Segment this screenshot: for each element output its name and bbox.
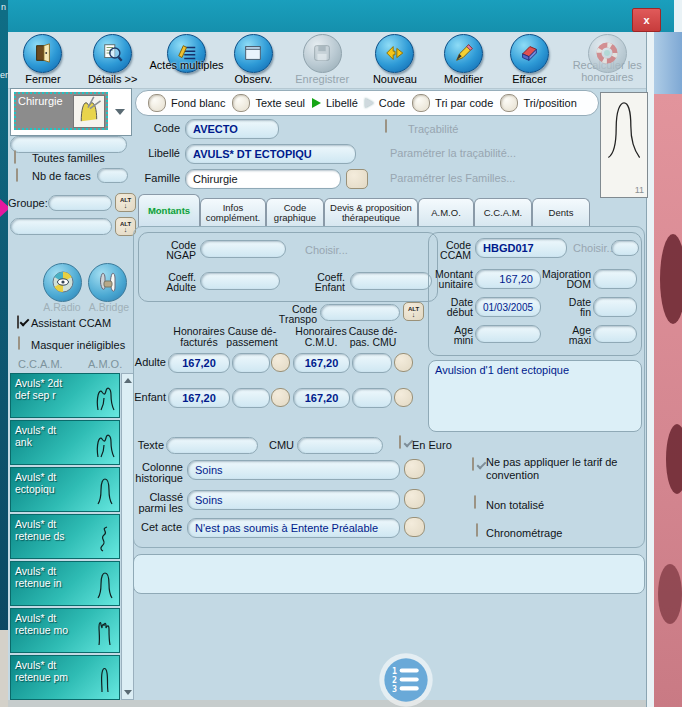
cause-depas-cmu-adulte-field[interactable]	[352, 353, 392, 373]
nb-de-faces-radio[interactable]	[16, 168, 18, 182]
non-totalise-checkbox[interactable]	[474, 495, 476, 509]
code-sort-option[interactable]: Code	[365, 97, 405, 109]
libelle-field[interactable]: AVULS* DT ECTOPIQU	[185, 144, 356, 164]
cause-depassement-enfant-field[interactable]	[232, 388, 270, 408]
a-bridge-button[interactable]	[88, 263, 127, 302]
modifier-button[interactable]: Modifier	[437, 34, 491, 85]
colonne-historique-button[interactable]	[404, 459, 425, 479]
code-ccam-field[interactable]: HBGD017	[475, 238, 567, 258]
tab-dents[interactable]: Dents	[532, 198, 590, 227]
classe-parmi-button[interactable]	[404, 489, 425, 509]
famille-picker-button[interactable]	[346, 169, 368, 189]
montant-unitaire-field[interactable]: 167,20	[475, 269, 541, 289]
famille-field[interactable]: Chirurgie	[185, 169, 341, 189]
toutes-familles-radio[interactable]	[14, 150, 16, 164]
en-euro-checkbox[interactable]	[399, 435, 401, 449]
age-maxi-field[interactable]	[593, 325, 637, 343]
code-transpo-field[interactable]	[320, 304, 400, 321]
family-dropdown[interactable]: Chirurgie	[10, 88, 132, 136]
comment-box[interactable]	[133, 554, 645, 594]
arrows-icon	[384, 42, 406, 66]
tri-par-code-radio[interactable]: Tri par code	[412, 94, 493, 112]
colonne-historique-field[interactable]: Soins	[187, 460, 400, 480]
honoraires-cmu-enfant-field[interactable]: 167,20	[293, 388, 350, 408]
date-debut-field[interactable]: 01/03/2005	[475, 297, 541, 317]
cause-depas-cmu-enfant-field[interactable]	[352, 388, 392, 408]
libelle-sort-option[interactable]: Libellé	[312, 97, 358, 109]
nb-de-faces-label: Nb de faces	[32, 170, 91, 182]
honoraires-factures-enfant-field[interactable]: 167,20	[168, 388, 230, 408]
family-dropdown-value: Chirurgie	[18, 95, 63, 107]
cause-depassement-adulte-button[interactable]	[271, 353, 290, 372]
tab-devis-proposition[interactable]: Devis & proposition thérapeutique	[324, 198, 418, 227]
tab-infos-complement[interactable]: Infos complément.	[200, 198, 266, 227]
effacer-button[interactable]: Effacer	[505, 34, 555, 85]
code-ngap-field[interactable]	[200, 240, 286, 258]
recalculer-honoraires-button[interactable]: Recalculer leshonoraires	[568, 34, 646, 83]
code-field[interactable]: AVECTO	[185, 119, 279, 139]
tri-position-radio[interactable]: Tri/position	[500, 94, 576, 112]
nouveau-button[interactable]: Nouveau	[367, 34, 423, 85]
param-tracabilite-link[interactable]: Paramétrer la traçabilité...	[390, 147, 516, 159]
observ-button[interactable]: Observ.	[230, 34, 278, 85]
a-radio-button[interactable]	[43, 263, 82, 302]
act-list-item[interactable]: Avuls* dtretenue pm	[10, 655, 120, 700]
famille-label: Famille	[120, 173, 180, 184]
assistant-ccam-checkbox[interactable]	[17, 315, 19, 329]
tab-code-graphique[interactable]: Code graphique	[266, 198, 324, 227]
chronometrage-checkbox[interactable]	[476, 523, 478, 537]
classe-parmi-field[interactable]: Soins	[187, 490, 400, 510]
details-button[interactable]: Détails >>	[82, 34, 144, 85]
tab-ccam[interactable]: C.C.A.M.	[474, 198, 532, 227]
cet-acte-button[interactable]	[404, 517, 425, 537]
background-blue-strip	[654, 32, 682, 94]
act-list-item[interactable]: Avuls* dtretenue in	[10, 561, 120, 606]
coeff-adulte-field[interactable]	[200, 272, 280, 290]
code-label: Code	[120, 123, 180, 134]
cause-depas-cmu-adulte-button[interactable]	[394, 353, 413, 372]
close-button[interactable]: x	[632, 8, 661, 32]
ngap-choisir-link[interactable]: Choisir...	[305, 244, 348, 256]
tab-amo[interactable]: A.M.O.	[418, 198, 474, 227]
cet-acte-field[interactable]: N'est pas soumis à Entente Préalable	[187, 518, 400, 538]
fond-blanc-radio[interactable]: Fond blanc	[148, 94, 225, 112]
age-mini-field[interactable]	[475, 325, 541, 343]
date-fin-field[interactable]	[593, 297, 637, 317]
scroll-up-icon[interactable]	[124, 378, 132, 383]
act-list-item[interactable]: Avuls* dtretenue mo	[10, 608, 120, 653]
groupe-field-2[interactable]	[10, 218, 112, 235]
enregistrer-button[interactable]: Enregistrer	[291, 34, 353, 85]
masquer-ineligibles-radio[interactable]	[18, 336, 20, 350]
sidebar-search-field[interactable]	[10, 136, 127, 153]
act-list-item[interactable]: Avuls* dtank	[10, 420, 120, 465]
door-icon	[32, 42, 54, 66]
cmu-field[interactable]	[297, 437, 383, 454]
ne-pas-appliquer-tarif-checkbox[interactable]	[472, 457, 474, 471]
fermer-button[interactable]: Fermer	[18, 34, 68, 85]
act-list-item[interactable]: Avuls* dtretenue ds	[10, 514, 120, 559]
coeff-enfant-field[interactable]	[350, 272, 432, 290]
honoraires-cmu-adulte-field[interactable]: 167,20	[293, 353, 350, 373]
majoration-dom-field[interactable]	[593, 269, 637, 289]
cause-depassement-enfant-button[interactable]	[271, 388, 290, 407]
texte-seul-radio[interactable]: Texte seul	[232, 94, 305, 112]
param-familles-link[interactable]: Paramétrer les Familles...	[390, 172, 515, 184]
numbered-list-float-button[interactable]: 123	[378, 652, 434, 707]
cause-depas-cmu-enfant-button[interactable]	[394, 388, 413, 407]
groupe-alt-button[interactable]: ALT↓	[115, 193, 136, 212]
green-triangle-icon	[312, 98, 321, 108]
actes-multiples-button[interactable]: Actes multiples	[158, 34, 216, 71]
ccam-choisir-link[interactable]: Choisir...	[573, 242, 616, 254]
honoraires-factures-adulte-field[interactable]: 167,20	[168, 353, 230, 373]
tab-montants[interactable]: Montants	[138, 194, 200, 227]
groupe-field[interactable]	[48, 195, 112, 211]
ccam-small-field[interactable]	[611, 240, 639, 256]
cause-depassement-adulte-field[interactable]	[232, 353, 270, 373]
act-list-item[interactable]: Avuls* dtectopiqu	[10, 467, 120, 512]
scroll-down-icon[interactable]	[124, 690, 132, 695]
tracabilite-radio[interactable]	[385, 119, 387, 133]
texte-field[interactable]	[166, 437, 258, 454]
nb-de-faces-field[interactable]	[97, 168, 128, 183]
act-list-item[interactable]: Avuls* 2dtdef sep r	[10, 373, 120, 418]
code-transpo-alt-button[interactable]: ALT↓	[403, 302, 424, 321]
